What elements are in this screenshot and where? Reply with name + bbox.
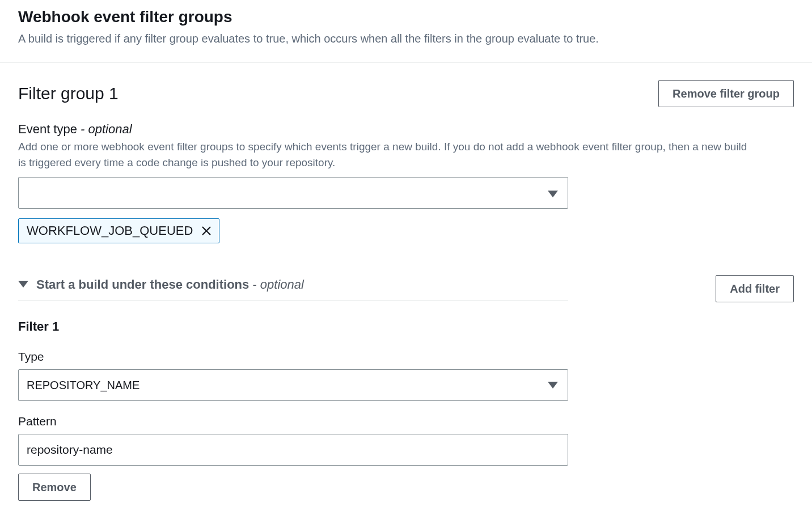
conditions-title: Start a build under these conditions - o…: [36, 277, 304, 292]
event-type-label: Event type - optional: [18, 122, 794, 137]
event-type-token: WORKFLOW_JOB_QUEUED: [18, 218, 219, 243]
remove-filter-group-button[interactable]: Remove filter group: [658, 80, 794, 107]
event-type-field: Event type - optional Add one or more we…: [18, 122, 794, 243]
section-divider: [0, 62, 812, 63]
conditions-title-dash: -: [249, 277, 260, 292]
filter-1-type-select[interactable]: REPOSITORY_NAME: [18, 369, 568, 401]
conditions-header: Start a build under these conditions - o…: [18, 275, 794, 302]
event-type-label-text: Event type: [18, 122, 77, 136]
event-type-description: Add one or more webhook event filter gro…: [18, 139, 755, 170]
event-type-tokens: WORKFLOW_JOB_QUEUED: [18, 218, 794, 243]
event-type-optional-suffix: - optional: [77, 122, 132, 136]
filter-1-type-label: Type: [18, 350, 794, 364]
filter-1-type-select-wrap: REPOSITORY_NAME: [18, 369, 568, 401]
filter-1-pattern-label: Pattern: [18, 415, 794, 428]
conditions-title-optional: optional: [260, 277, 304, 292]
close-icon: [201, 225, 212, 237]
svg-marker-3: [18, 281, 28, 288]
filter-group-header: Filter group 1 Remove filter group: [18, 80, 794, 107]
event-type-token-label: WORKFLOW_JOB_QUEUED: [27, 223, 193, 238]
filter-group-title: Filter group 1: [18, 84, 119, 103]
filter-1-title: Filter 1: [18, 319, 794, 334]
filter-1-pattern-input[interactable]: [18, 434, 568, 466]
page-description: A build is triggered if any filter group…: [18, 31, 794, 47]
remove-token-button[interactable]: [201, 225, 212, 237]
filter-1-remove-button[interactable]: Remove: [18, 474, 91, 501]
event-type-select-wrap: [18, 177, 568, 210]
event-type-select[interactable]: [18, 177, 568, 209]
add-filter-button[interactable]: Add filter: [716, 275, 794, 302]
conditions-title-row[interactable]: Start a build under these conditions - o…: [18, 277, 568, 301]
page-title: Webhook event filter groups: [18, 7, 794, 27]
conditions-title-text: Start a build under these conditions: [36, 277, 249, 292]
caret-down-icon: [18, 280, 28, 290]
